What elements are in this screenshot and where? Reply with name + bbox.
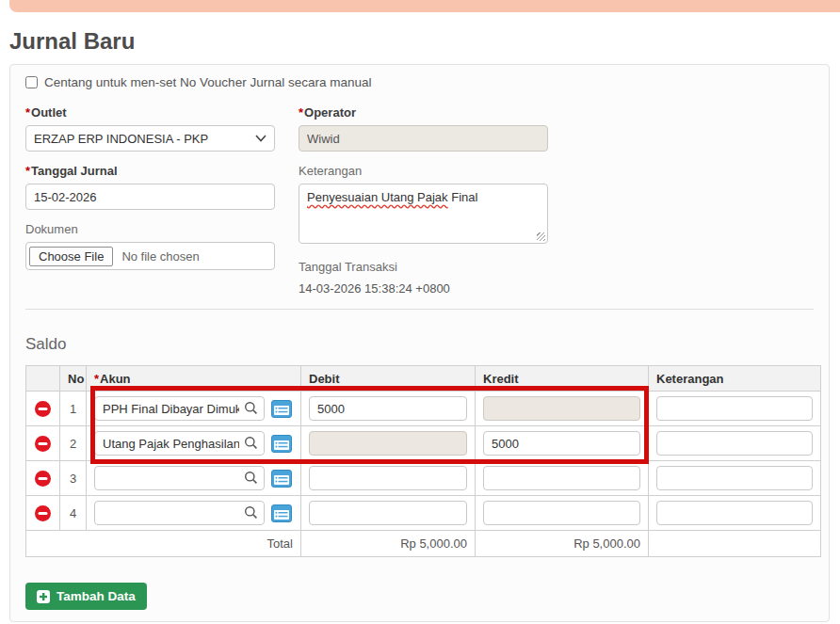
saldo-heading: Saldo: [25, 335, 814, 354]
account-list-icon[interactable]: [270, 504, 293, 523]
akun-input[interactable]: [94, 396, 265, 421]
tambah-data-button[interactable]: Tambah Data: [25, 583, 147, 610]
akun-input[interactable]: [94, 466, 265, 490]
remove-column-header: [26, 366, 60, 392]
keterangan-input[interactable]: [656, 466, 813, 490]
row-number: 2: [60, 426, 87, 461]
tanggal-jurnal-label: *Tanggal Jurnal: [25, 164, 275, 178]
kredit-column-header: Kredit: [476, 366, 649, 392]
row-number: 3: [60, 461, 87, 496]
dokumen-field: Dokumen Choose File No file chosen: [25, 222, 275, 270]
saldo-row-2: 2: [26, 426, 821, 461]
row-number: 1: [60, 392, 87, 426]
tambah-data-label: Tambah Data: [57, 589, 136, 603]
saldo-row-3: 3: [26, 461, 821, 496]
kredit-input[interactable]: [483, 501, 640, 525]
kredit-input: [483, 396, 640, 421]
required-mark: *: [25, 105, 30, 120]
file-chosen-status: No file chosen: [121, 249, 199, 264]
total-debit: Rp 5,000.00: [301, 531, 476, 557]
dokumen-file-input[interactable]: Choose File No file chosen: [25, 242, 275, 270]
operator-field: *Operator: [299, 105, 548, 152]
operator-label: *Operator: [299, 105, 548, 120]
manual-voucher-row: Centang untuk men-set No Voucher Jurnal …: [25, 75, 814, 89]
kredit-input[interactable]: [483, 466, 640, 490]
keterangan-input[interactable]: [656, 501, 813, 525]
page-title: Jurnal Baru: [9, 28, 135, 55]
required-mark: *: [94, 372, 99, 386]
row-number: 4: [60, 496, 87, 531]
total-kredit: Rp 5,000.00: [476, 531, 649, 557]
textarea-resize-handle[interactable]: [537, 232, 545, 241]
kredit-input[interactable]: [483, 431, 640, 456]
search-icon: [244, 471, 258, 485]
required-mark: *: [25, 164, 30, 178]
journal-form-panel: Centang untuk men-set No Voucher Jurnal …: [9, 64, 830, 622]
account-list-icon[interactable]: [270, 399, 293, 419]
saldo-table-wrap: No *Akun Debit Kredit Keterangan 1: [25, 365, 814, 557]
debit-column-header: Debit: [301, 366, 476, 392]
operator-input: [299, 125, 548, 152]
choose-file-button[interactable]: Choose File: [29, 247, 113, 266]
account-list-icon[interactable]: [270, 434, 293, 454]
saldo-total-row: Total Rp 5,000.00 Rp 5,000.00: [26, 531, 821, 557]
total-keterangan-empty: [649, 531, 821, 557]
akun-input[interactable]: [94, 501, 265, 525]
tanggal-jurnal-field: *Tanggal Jurnal: [25, 164, 275, 210]
dokumen-label: Dokumen: [25, 222, 275, 236]
debit-input: [309, 431, 467, 456]
keterangan-textarea[interactable]: Penyesuaian Utang Pajak Final: [299, 184, 548, 244]
form-right-column: *Operator Keterangan Penyesuaian Utang P…: [299, 105, 548, 296]
keterangan-column-header: Keterangan: [649, 366, 821, 392]
no-column-header: No: [60, 366, 87, 392]
akun-input[interactable]: [94, 431, 265, 456]
tanggal-jurnal-input[interactable]: [25, 184, 275, 210]
outlet-label: *Outlet: [25, 105, 275, 120]
keterangan-rest-text: Final: [448, 190, 478, 204]
akun-column-header: *Akun: [87, 366, 301, 392]
outlet-select[interactable]: ERZAP ERP INDONESIA - PKP: [25, 125, 275, 152]
chevron-down-icon: [255, 135, 267, 142]
saldo-header-row: No *Akun Debit Kredit Keterangan: [26, 366, 821, 392]
form-grid: *Outlet ERZAP ERP INDONESIA - PKP *Tangg…: [25, 105, 814, 296]
total-label: Total: [26, 531, 301, 557]
remove-row-icon[interactable]: [35, 505, 51, 521]
tanggal-transaksi-label: Tanggal Transaksi: [299, 260, 548, 274]
form-left-column: *Outlet ERZAP ERP INDONESIA - PKP *Tangg…: [25, 105, 275, 296]
account-list-icon[interactable]: [270, 469, 293, 488]
tanggal-transaksi-field: Tanggal Transaksi 14-03-2026 15:38:24 +0…: [299, 260, 548, 296]
section-divider: [25, 309, 814, 310]
saldo-row-1: 1: [26, 392, 821, 426]
keterangan-input[interactable]: [656, 431, 813, 456]
debit-input[interactable]: [309, 501, 467, 525]
outlet-field: *Outlet ERZAP ERP INDONESIA - PKP: [25, 105, 275, 152]
keterangan-flagged-text: Penyesuaian Utang Pajak: [307, 190, 448, 204]
manual-voucher-checkbox[interactable]: [25, 76, 38, 88]
keterangan-label: Keterangan: [299, 164, 548, 178]
remove-row-icon[interactable]: [35, 436, 51, 452]
notification-bar: [9, 0, 840, 12]
debit-input[interactable]: [309, 466, 467, 490]
keterangan-input[interactable]: [656, 396, 813, 421]
jurnal-baru-screen: Jurnal Baru Centang untuk men-set No Vou…: [0, 0, 840, 624]
plus-square-icon: [37, 590, 50, 603]
tanggal-transaksi-value: 14-03-2026 15:38:24 +0800: [299, 281, 548, 296]
remove-row-icon[interactable]: [35, 401, 51, 417]
keterangan-field: Keterangan Penyesuaian Utang Pajak Final: [299, 164, 548, 244]
search-icon: [244, 505, 258, 520]
search-icon: [244, 401, 258, 415]
manual-voucher-label: Centang untuk men-set No Voucher Jurnal …: [44, 75, 371, 89]
outlet-selected-value: ERZAP ERP INDONESIA - PKP: [34, 132, 208, 146]
saldo-row-4: 4: [26, 496, 821, 531]
debit-input[interactable]: [309, 396, 467, 421]
saldo-table: No *Akun Debit Kredit Keterangan 1: [25, 365, 821, 557]
search-icon: [244, 436, 258, 450]
remove-row-icon[interactable]: [35, 471, 51, 487]
required-mark: *: [299, 105, 303, 120]
